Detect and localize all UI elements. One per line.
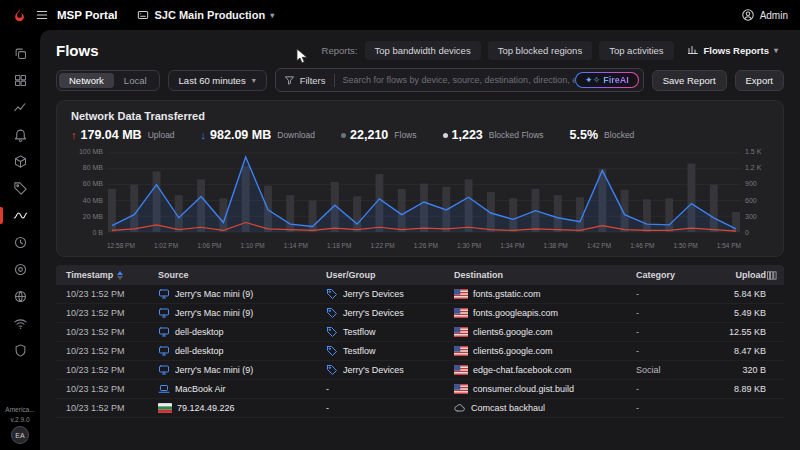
cell-destination: edge-chat.facebook.com: [454, 365, 636, 375]
report-shortcut-button[interactable]: Top bandwidth devices: [365, 41, 481, 60]
table-row[interactable]: 10/23 1:52 PMdell-desktopTestflowclients…: [56, 342, 784, 361]
cell-destination: clients6.google.com: [454, 327, 636, 337]
user-label: Admin: [760, 10, 788, 21]
cell-user-group: -: [326, 403, 454, 413]
sidebar-item-alarms[interactable]: [0, 121, 40, 148]
table-row[interactable]: 10/23 1:52 PMJerry's Mac mini (9)Jerry's…: [56, 285, 784, 304]
flag-us-icon: [454, 289, 468, 299]
cell-upload: 8.89 KB: [710, 384, 766, 394]
table-row[interactable]: 10/23 1:52 PM79.124.49.226-Comcast backh…: [56, 399, 784, 418]
cell-category: -: [636, 308, 710, 318]
sidebar-item-wifi[interactable]: [0, 310, 40, 337]
flag-bg-icon: [158, 403, 172, 413]
org-selector[interactable]: SJC Main Production ▾: [136, 8, 275, 22]
scope-option-network[interactable]: Network: [59, 73, 114, 88]
col-category[interactable]: Category: [636, 270, 710, 280]
column-picker-icon[interactable]: [766, 270, 777, 281]
flag-us-icon: [454, 365, 468, 375]
cell-source: Jerry's Mac mini (9): [158, 307, 326, 319]
brand-title: MSP Portal: [57, 9, 118, 21]
sidebar-item-history[interactable]: [0, 229, 40, 256]
account-avatar[interactable]: EA: [11, 426, 29, 444]
col-upload[interactable]: Upload: [710, 270, 766, 280]
sidebar-item-security[interactable]: [0, 337, 40, 364]
time-range-dropdown[interactable]: Last 60 minutes ▾: [168, 70, 267, 91]
axis-tick: 1.5 K: [745, 148, 769, 155]
axis-tick: 900: [745, 180, 769, 187]
cell-timestamp: 10/23 1:52 PM: [66, 327, 158, 337]
scope-option-local[interactable]: Local: [114, 73, 157, 88]
scope-toggle: NetworkLocal: [56, 70, 160, 91]
firewalla-logo-icon: [12, 7, 27, 24]
report-icon: [687, 44, 699, 56]
version-label: v.2.9.0: [10, 416, 29, 423]
menu-icon[interactable]: [35, 8, 49, 22]
table-row[interactable]: 10/23 1:52 PMJerry's Mac mini (9)Jerry's…: [56, 304, 784, 323]
table-header: Timestamp Source User/Group Destination …: [56, 265, 784, 285]
report-shortcut-button[interactable]: Top blocked regions: [488, 41, 593, 60]
cell-user-group: Testflow: [326, 345, 454, 357]
stat-label: Blocked: [604, 130, 634, 140]
sidebar: America... v.2.9.0 EA: [0, 30, 40, 450]
cell-user-group: -: [326, 384, 454, 394]
table-row[interactable]: 10/23 1:52 PMMacBook Air-consumer.cloud.…: [56, 380, 784, 399]
sidebar-item-dashboard[interactable]: [0, 67, 40, 94]
cell-upload: 5.49 KB: [710, 308, 766, 318]
stat-flows: 22,210Flows: [341, 128, 416, 142]
cell-source: dell-desktop: [158, 345, 326, 357]
cell-source: Jerry's Mac mini (9): [158, 364, 326, 376]
col-destination[interactable]: Destination: [454, 270, 636, 280]
reports-bar: Reports: Top bandwidth devicesTop blocke…: [322, 40, 784, 60]
cell-user-group: Jerry's Devices: [326, 307, 454, 319]
flows-table: Timestamp Source User/Group Destination …: [56, 265, 784, 450]
stat-value: 179.04 MB: [81, 128, 142, 142]
axis-tick: 1:46 PM: [630, 242, 654, 249]
x-axis-labels: 12:58 PM1:02 PM1:06 PM1:10 PM1:14 PM1:18…: [107, 242, 741, 249]
stat-value: 5.5%: [570, 128, 599, 142]
cell-destination: Comcast backhaul: [454, 402, 636, 414]
chart-area: 100 MB80 MB60 MB40 MB20 MB0 B 1.5 K1.2 K…: [71, 148, 769, 236]
down-arrow-icon: ↓: [201, 129, 207, 141]
axis-tick: 1:14 PM: [284, 242, 308, 249]
desktop-icon: [158, 288, 170, 300]
sidebar-item-rules[interactable]: [0, 256, 40, 283]
sidebar-item-statistics[interactable]: [0, 94, 40, 121]
sidebar-item-network[interactable]: [0, 283, 40, 310]
sidebar-item-devices[interactable]: [0, 40, 40, 67]
export-button[interactable]: Export: [735, 70, 784, 91]
dot-icon: [443, 133, 448, 138]
axis-tick: 300: [745, 213, 769, 220]
table-row[interactable]: 10/23 1:52 PMJerry's Mac mini (9)Jerry's…: [56, 361, 784, 380]
col-timestamp[interactable]: Timestamp: [66, 270, 158, 280]
stat-download: ↓982.09 MBDownload: [201, 128, 315, 142]
sidebar-item-flows[interactable]: [0, 202, 40, 229]
flag-us-icon: [454, 327, 468, 337]
col-user-group[interactable]: User/Group: [326, 270, 454, 280]
devices-icon: [13, 46, 28, 61]
table-row[interactable]: 10/23 1:52 PMdell-desktopTestflowclients…: [56, 323, 784, 342]
org-name: SJC Main Production: [155, 9, 266, 21]
filters-button[interactable]: Filters: [284, 75, 326, 86]
axis-tick: 1:18 PM: [327, 242, 351, 249]
chevron-down-icon: ▾: [774, 46, 778, 55]
axis-tick: 1:30 PM: [457, 242, 481, 249]
sidebar-item-tags[interactable]: [0, 175, 40, 202]
page-title: Flows: [56, 42, 99, 59]
fireai-button[interactable]: ✦✧ FireAI: [575, 72, 639, 88]
axis-tick: 0 B: [71, 229, 103, 236]
col-source[interactable]: Source: [158, 270, 326, 280]
report-shortcut-button[interactable]: Top activities: [599, 41, 673, 60]
user-menu[interactable]: Admin: [741, 8, 788, 22]
axis-tick: 80 MB: [71, 164, 103, 171]
search-input[interactable]: [343, 75, 576, 85]
save-report-button[interactable]: Save Report: [652, 70, 727, 91]
card-title: Network Data Transferred: [71, 110, 769, 122]
stat-upload: ↑179.04 MBUpload: [71, 128, 175, 142]
left-axis: 100 MB80 MB60 MB40 MB20 MB0 B: [71, 148, 103, 236]
cell-timestamp: 10/23 1:52 PM: [66, 308, 158, 318]
sidebar-item-boxes[interactable]: [0, 148, 40, 175]
flows-reports-button[interactable]: Flows Reports ▾: [681, 40, 784, 60]
dashboard-icon: [13, 73, 28, 88]
tags-icon: [13, 181, 28, 196]
cell-destination: fonts.googleapis.com: [454, 308, 636, 318]
